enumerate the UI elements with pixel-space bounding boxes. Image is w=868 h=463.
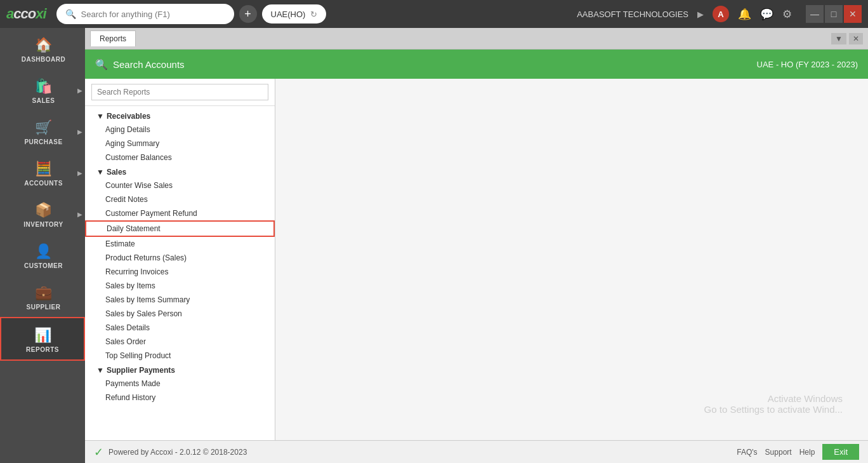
window-controls: — □ ✕ — [806, 5, 862, 23]
reports-icon: 📊 — [34, 327, 51, 344]
report-top-selling-product[interactable]: Top Selling Product — [85, 349, 275, 363]
footer-left: ✓ Powered by Accoxi - 2.0.12 © 2018-2023 — [94, 445, 247, 459]
customer-icon: 👤 — [35, 243, 52, 260]
app-logo: accoxi — [6, 6, 46, 22]
category-sales-label: Sales — [107, 168, 126, 177]
sidebar-arrow-accounts: ▶ — [77, 169, 82, 176]
global-search[interactable]: 🔍 — [56, 4, 234, 24]
exit-button[interactable]: Exit — [822, 444, 859, 460]
sidebar-item-inventory[interactable]: 📦 INVENTORY ▶ — [0, 193, 85, 234]
search-accounts-label: Search Accounts — [113, 59, 185, 70]
branch-label: UAE(HO) — [271, 10, 306, 19]
tab-reports[interactable]: Reports — [90, 30, 136, 46]
inventory-icon: 📦 — [35, 202, 52, 218]
footer: ✓ Powered by Accoxi - 2.0.12 © 2018-2023… — [85, 440, 868, 463]
sidebar: 🏠 DASHBOARD 🛍️ SALES ▶ 🛒 PURCHASE ▶ 🧮 AC… — [0, 28, 85, 463]
tabs-close-button[interactable]: ✕ — [849, 33, 863, 44]
reports-body: ▼ Receivables Aging Details Aging Summar… — [85, 79, 868, 440]
sidebar-item-dashboard[interactable]: 🏠 DASHBOARD — [0, 28, 85, 69]
category-receivables-arrow: ▼ — [96, 112, 104, 121]
sidebar-label-dashboard: DASHBOARD — [22, 56, 66, 63]
sidebar-label-supplier: SUPPLIER — [26, 304, 60, 311]
refresh-icon[interactable]: ↻ — [310, 10, 317, 19]
sidebar-item-accounts[interactable]: 🧮 ACCOUNTS ▶ — [0, 152, 85, 193]
category-receivables-label: Receivables — [107, 112, 150, 121]
sidebar-label-sales: SALES — [32, 97, 55, 104]
accounts-icon: 🧮 — [35, 161, 52, 177]
watermark-line1: Activate Windows — [704, 393, 843, 404]
sidebar-label-purchase: PURCHASE — [24, 138, 62, 145]
report-customer-payment-refund[interactable]: Customer Payment Refund — [85, 206, 275, 220]
search-reports-wrapper — [85, 79, 275, 106]
report-product-returns-sales[interactable]: Product Returns (Sales) — [85, 251, 275, 265]
report-sales-details[interactable]: Sales Details — [85, 321, 275, 335]
chat-icon[interactable]: 💬 — [760, 8, 773, 21]
bell-icon[interactable]: 🔔 — [738, 8, 751, 21]
dashboard-icon: 🏠 — [35, 37, 52, 53]
tabs-end-controls: ▼ ✕ — [831, 33, 863, 44]
minimize-button[interactable]: — — [806, 5, 824, 23]
report-refund-history[interactable]: Refund History — [85, 391, 275, 405]
purchase-icon: 🛒 — [35, 119, 52, 136]
company-arrow-icon: ▶ — [697, 10, 704, 19]
tabs-bar: Reports ▼ ✕ — [85, 28, 868, 50]
search-reports-input[interactable] — [91, 84, 268, 100]
settings-icon[interactable]: ⚙ — [782, 8, 792, 21]
sales-icon: 🛍️ — [35, 78, 52, 95]
report-tree: ▼ Receivables Aging Details Aging Summar… — [85, 106, 275, 440]
report-daily-statement[interactable]: Daily Statement — [85, 220, 275, 237]
search-accounts-section: 🔍 Search Accounts — [95, 58, 185, 70]
category-supplier-label: Supplier Payments — [107, 366, 175, 375]
sidebar-arrow-sales: ▶ — [77, 86, 82, 93]
avatar: A — [713, 6, 729, 22]
supplier-icon: 💼 — [35, 285, 52, 301]
report-recurring-invoices[interactable]: Recurring Invoices — [85, 265, 275, 279]
close-button[interactable]: ✕ — [844, 5, 862, 23]
sidebar-label-customer: CUSTOMER — [24, 262, 63, 269]
sidebar-arrow-purchase: ▶ — [77, 128, 82, 135]
sidebar-item-supplier[interactable]: 💼 SUPPLIER — [0, 276, 85, 317]
add-button[interactable]: + — [239, 5, 257, 23]
category-sales[interactable]: ▼ Sales — [85, 164, 275, 178]
reports-header: 🔍 Search Accounts UAE - HO (FY 2023 - 20… — [85, 50, 868, 79]
category-supplier-arrow: ▼ — [96, 366, 104, 375]
report-sales-by-items-summary[interactable]: Sales by Items Summary — [85, 293, 275, 307]
company-name: AABASOFT TECHNOLOGIES — [577, 10, 688, 19]
global-search-input[interactable] — [81, 10, 208, 19]
sidebar-label-reports: REPORTS — [26, 346, 59, 353]
sidebar-label-accounts: ACCOUNTS — [24, 180, 63, 187]
sidebar-item-reports[interactable]: 📊 REPORTS — [0, 317, 85, 361]
sidebar-label-inventory: INVENTORY — [23, 221, 63, 228]
sidebar-item-sales[interactable]: 🛍️ SALES ▶ — [0, 69, 85, 111]
footer-right: FAQ's Support Help Exit — [737, 444, 859, 460]
category-sales-arrow: ▼ — [96, 168, 104, 177]
footer-support-link[interactable]: Support — [765, 448, 792, 457]
report-sales-order[interactable]: Sales Order — [85, 335, 275, 349]
footer-help-link[interactable]: Help — [799, 448, 815, 457]
maximize-button[interactable]: □ — [825, 5, 843, 23]
tabs-dropdown-button[interactable]: ▼ — [831, 33, 846, 44]
footer-logo-icon: ✓ — [94, 445, 103, 459]
sidebar-item-customer[interactable]: 👤 CUSTOMER — [0, 234, 85, 276]
report-estimate[interactable]: Estimate — [85, 237, 275, 251]
footer-powered-by: Powered by Accoxi - 2.0.12 © 2018-2023 — [109, 448, 247, 457]
sidebar-arrow-inventory: ▶ — [77, 210, 82, 217]
report-credit-notes[interactable]: Credit Notes — [85, 192, 275, 206]
topbar: accoxi 🔍 + UAE(HO) ↻ AABASOFT TECHNOLOGI… — [0, 0, 868, 28]
report-customer-balances[interactable]: Customer Balances — [85, 151, 275, 164]
category-supplier-payments[interactable]: ▼ Supplier Payments — [85, 363, 275, 377]
report-aging-summary[interactable]: Aging Summary — [85, 137, 275, 151]
period-label: UAE - HO (FY 2023 - 2023) — [757, 60, 858, 69]
category-receivables[interactable]: ▼ Receivables — [85, 109, 275, 123]
sidebar-item-purchase[interactable]: 🛒 PURCHASE ▶ — [0, 111, 85, 152]
report-aging-details[interactable]: Aging Details — [85, 123, 275, 137]
watermark: Activate Windows Go to Settings to activ… — [704, 393, 843, 415]
branch-selector[interactable]: UAE(HO) ↻ — [262, 4, 327, 23]
report-counter-wise-sales[interactable]: Counter Wise Sales — [85, 178, 275, 192]
report-sales-by-items[interactable]: Sales by Items — [85, 279, 275, 293]
search-icon: 🔍 — [65, 9, 76, 19]
footer-faq-link[interactable]: FAQ's — [737, 448, 757, 457]
report-sales-by-sales-person[interactable]: Sales by Sales Person — [85, 307, 275, 321]
report-payments-made[interactable]: Payments Made — [85, 377, 275, 391]
topbar-right: AABASOFT TECHNOLOGIES ▶ A 🔔 💬 ⚙ — □ ✕ — [577, 5, 862, 23]
